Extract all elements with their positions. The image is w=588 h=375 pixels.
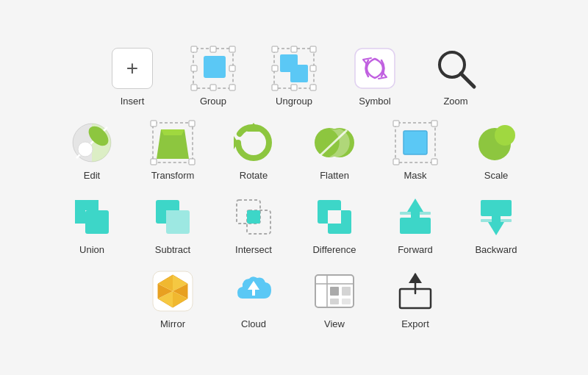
svg-point-47 — [495, 125, 515, 146]
transform-icon — [151, 121, 195, 165]
svg-line-23 — [461, 74, 474, 87]
svg-rect-32 — [189, 159, 195, 165]
flatten-label: Flatten — [320, 170, 349, 181]
mask-label: Mask — [404, 170, 426, 181]
scale-label: Scale — [484, 170, 509, 181]
row-4: Mirror Cloud — [140, 265, 448, 332]
export-tool[interactable]: Export — [382, 265, 448, 332]
cloud-label: Cloud — [241, 318, 266, 329]
mask-icon — [393, 121, 437, 165]
svg-rect-15 — [291, 46, 297, 52]
forward-tool[interactable]: Forward — [382, 191, 448, 258]
scale-icon-box — [473, 120, 519, 165]
backward-label: Backward — [475, 244, 517, 255]
svg-rect-51 — [166, 210, 179, 224]
difference-icon — [313, 196, 356, 238]
insert-tool[interactable]: + Insert — [99, 43, 165, 110]
svg-rect-78 — [330, 287, 339, 296]
symbol-icon-box — [352, 46, 398, 91]
svg-rect-42 — [431, 121, 437, 126]
row-1: + Insert — [99, 43, 489, 110]
difference-icon-box — [312, 194, 357, 240]
flatten-icon-box — [312, 120, 357, 165]
difference-tool[interactable]: Difference — [301, 191, 368, 258]
cloud-icon-box — [231, 268, 276, 314]
backward-icon-box — [473, 194, 519, 240]
cloud-tool[interactable]: Cloud — [220, 265, 287, 332]
rotate-icon-box — [231, 120, 276, 165]
flatten-tool[interactable]: Flatten — [301, 117, 368, 184]
svg-rect-31 — [151, 159, 157, 165]
view-icon-box — [312, 268, 357, 314]
svg-marker-84 — [409, 273, 422, 283]
intersect-tool[interactable]: Intersect — [220, 191, 287, 258]
edit-icon — [71, 121, 113, 164]
insert-icon-box: + — [110, 46, 155, 91]
svg-rect-48 — [85, 210, 109, 234]
rotate-tool[interactable]: Rotate — [220, 117, 287, 184]
svg-rect-2 — [229, 46, 235, 52]
mask-tool[interactable]: Mask — [382, 117, 448, 184]
view-tool[interactable]: View — [301, 265, 368, 332]
svg-rect-62 — [481, 200, 512, 216]
symbol-label: Symbol — [359, 96, 390, 107]
union-icon — [71, 196, 113, 238]
ungroup-tool[interactable]: Ungroup — [261, 43, 327, 110]
edit-icon-box — [69, 120, 115, 165]
backward-tool[interactable]: Backward — [463, 191, 529, 258]
mask-icon-box — [392, 120, 438, 165]
difference-label: Difference — [312, 244, 356, 255]
edit-tool[interactable]: Edit — [59, 117, 125, 184]
svg-rect-16 — [291, 85, 297, 90]
group-icon — [190, 46, 236, 91]
svg-rect-18 — [310, 65, 316, 71]
svg-rect-44 — [431, 159, 437, 165]
svg-rect-1 — [191, 46, 197, 52]
cloud-icon — [232, 269, 276, 313]
union-icon-box — [69, 194, 115, 240]
svg-rect-11 — [272, 46, 278, 52]
forward-icon — [394, 196, 437, 238]
svg-rect-7 — [191, 65, 197, 71]
group-tool[interactable]: Group — [180, 43, 246, 110]
zoom-icon — [433, 46, 478, 91]
group-label: Group — [200, 96, 226, 107]
zoom-tool[interactable]: Zoom — [423, 43, 489, 110]
mirror-label: Mirror — [160, 318, 185, 329]
svg-rect-57 — [328, 210, 341, 224]
toolbar: + Insert — [44, 28, 544, 347]
scale-icon — [474, 121, 518, 165]
export-icon — [394, 270, 437, 312]
svg-rect-30 — [189, 121, 195, 126]
union-label: Union — [79, 244, 104, 255]
svg-rect-14 — [310, 85, 316, 90]
transform-icon-box — [150, 120, 196, 165]
transform-label: Transform — [151, 170, 195, 181]
mirror-tool[interactable]: Mirror — [140, 265, 206, 332]
intersect-icon-box — [231, 194, 276, 240]
union-tool[interactable]: Union — [59, 191, 125, 258]
symbol-icon — [352, 46, 398, 91]
export-icon-box — [392, 268, 438, 314]
svg-rect-3 — [191, 85, 197, 90]
svg-rect-65 — [492, 216, 501, 225]
subtract-tool[interactable]: Subtract — [140, 191, 206, 258]
insert-label: Insert — [121, 96, 145, 107]
forward-label: Forward — [398, 244, 433, 255]
rotate-label: Rotate — [240, 170, 268, 181]
mirror-icon-box — [150, 268, 196, 314]
scale-tool[interactable]: Scale — [463, 117, 529, 184]
export-label: Export — [401, 318, 429, 329]
svg-marker-34 — [161, 129, 184, 135]
view-icon — [312, 269, 356, 313]
svg-rect-17 — [272, 65, 278, 71]
subtract-icon-box — [150, 194, 196, 240]
svg-rect-43 — [393, 159, 399, 165]
subtract-icon — [151, 196, 194, 238]
svg-rect-12 — [310, 46, 316, 52]
transform-tool[interactable]: Transform — [140, 117, 206, 184]
svg-rect-29 — [151, 121, 157, 126]
symbol-tool[interactable]: Symbol — [342, 43, 408, 110]
mirror-icon — [151, 269, 195, 313]
svg-rect-21 — [355, 49, 395, 88]
